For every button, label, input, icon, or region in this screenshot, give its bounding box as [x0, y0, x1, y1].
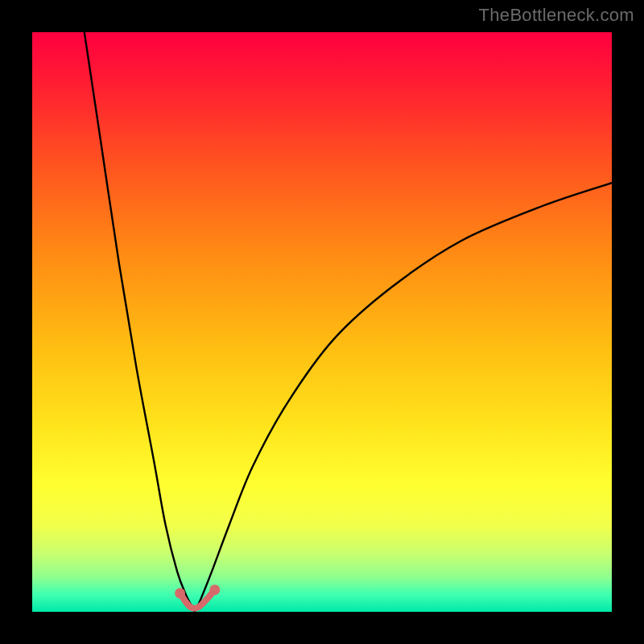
- chart-frame: TheBottleneck.com: [0, 0, 644, 644]
- notch-dot: [209, 584, 220, 595]
- bottleneck-curve-left: [85, 32, 195, 612]
- plot-area: [32, 32, 612, 612]
- notch-dot: [175, 588, 185, 598]
- bottleneck-curve-right: [195, 183, 612, 612]
- watermark-text: TheBottleneck.com: [479, 5, 634, 26]
- curve-layer: [32, 32, 612, 612]
